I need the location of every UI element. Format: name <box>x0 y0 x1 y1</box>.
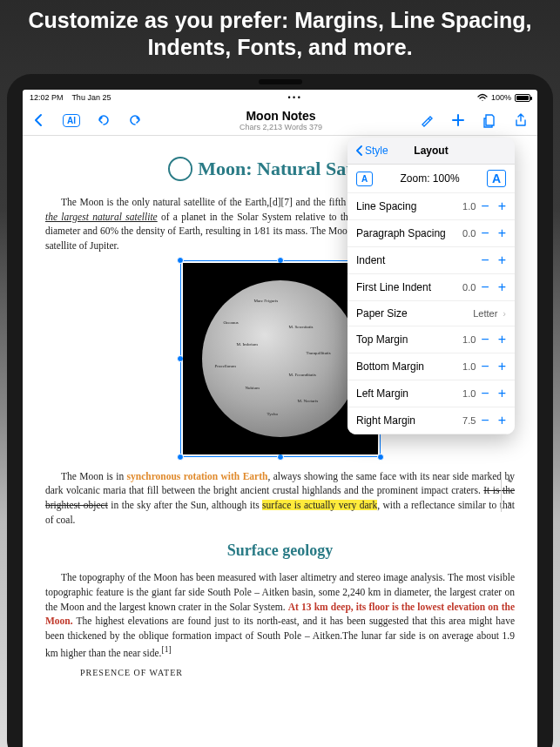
popover-back-button[interactable]: Style <box>356 145 388 157</box>
layout-row-left-margin: Left Margin1.0−+ <box>347 380 515 407</box>
status-date: Thu Jan 25 <box>71 93 111 102</box>
row-label: First Line Indent <box>356 281 462 293</box>
row-label: Indent <box>356 254 476 266</box>
stepper: −+ <box>481 280 506 294</box>
zoom-out-button[interactable]: A <box>356 172 373 186</box>
layout-row-first-line-indent: First Line Indent0.0−+ <box>347 274 515 301</box>
decrement-button[interactable]: − <box>481 414 489 427</box>
paragraph-2: The Moon is in synchronous rotation with… <box>45 469 515 528</box>
redo-button[interactable] <box>127 112 143 128</box>
stepper: −+ <box>481 414 506 427</box>
ipad-frame: 12:02 PM Thu Jan 25 • • • 100% AI Moon N… <box>7 74 553 747</box>
status-time: 12:02 PM <box>30 93 64 102</box>
promo-headline: Customize as you prefer: Margins, Line S… <box>0 0 560 77</box>
paragraph-3: The topography of the Moon has been meas… <box>45 570 515 660</box>
add-button[interactable] <box>450 112 466 128</box>
layout-row-paper-size: Paper SizeLetter› <box>347 301 515 326</box>
page-button[interactable] <box>482 112 497 128</box>
status-dots: • • • <box>287 93 300 102</box>
row-value: 7.5 <box>462 415 476 426</box>
decrement-button[interactable]: − <box>481 280 489 294</box>
heading-2: Surface geology <box>45 539 515 562</box>
layout-row-bottom-margin: Bottom Margin1.0−+ <box>347 353 515 380</box>
increment-button[interactable]: + <box>498 360 506 374</box>
status-left: 12:02 PM Thu Jan 25 <box>30 93 111 102</box>
row-label: Paragraph Spacing <box>356 227 462 239</box>
undo-button[interactable] <box>96 112 111 128</box>
decrement-button[interactable]: − <box>481 199 489 213</box>
layout-popover: Style Layout A Zoom: 100% A Line Spacing… <box>347 138 515 434</box>
row-label: Top Margin <box>356 333 462 346</box>
increment-button[interactable]: + <box>498 333 506 347</box>
row-label: Right Margin <box>356 414 462 427</box>
row-value: 1.0 <box>462 201 476 212</box>
page-number: 1 <box>508 486 511 494</box>
crescent-moon-icon <box>168 157 192 181</box>
popover-header: Style Layout <box>347 138 515 165</box>
text-run: The Moon is in <box>61 471 127 481</box>
layout-row-paragraph-spacing: Paragraph Spacing0.0−+ <box>347 220 515 247</box>
subheading: PRESENCE OF WATER <box>80 667 515 680</box>
stepper: −+ <box>481 360 506 374</box>
stepper: −+ <box>481 226 506 240</box>
stepper: −+ <box>481 253 506 267</box>
text-run-orange-bold: synchronous rotation with Earth <box>127 471 268 481</box>
decrement-button[interactable]: − <box>481 333 489 347</box>
layout-row-right-margin: Right Margin7.5−+ <box>347 407 515 434</box>
screen: 12:02 PM Thu Jan 25 • • • 100% AI Moon N… <box>23 90 537 747</box>
toolbar: AI Moon Notes Chars 2,213 Words 379 <box>23 105 537 136</box>
row-value: 1.0 <box>462 361 476 372</box>
resize-handle-bl[interactable] <box>177 454 184 461</box>
increment-button[interactable]: + <box>498 199 506 213</box>
row-value: Letter <box>473 308 497 319</box>
increment-button[interactable]: + <box>498 253 506 267</box>
status-right: 100% <box>477 93 530 102</box>
increment-button[interactable]: + <box>498 414 506 427</box>
resize-handle-bm[interactable] <box>277 454 284 461</box>
decrement-button[interactable]: − <box>481 226 489 240</box>
layout-row-indent: Indent−+ <box>347 247 515 274</box>
ai-button[interactable]: AI <box>63 114 80 127</box>
row-value: 1.0 <box>462 388 476 399</box>
moon-disc: Mare Frigoris Oceanus M. Serenitatis M. … <box>202 280 359 437</box>
back-button[interactable] <box>31 112 47 128</box>
scroll-down-icon[interactable]: ▾ <box>508 500 511 508</box>
resize-handle-br[interactable] <box>377 454 384 461</box>
increment-button[interactable]: + <box>498 280 506 294</box>
text-run: The highest elevations are found just to… <box>45 616 515 657</box>
increment-button[interactable]: + <box>498 226 506 240</box>
row-label: Line Spacing <box>356 200 462 212</box>
battery-icon <box>515 94 530 102</box>
decrement-button[interactable]: − <box>481 360 489 374</box>
decrement-button[interactable]: − <box>481 387 489 400</box>
battery-pct: 100% <box>491 93 511 102</box>
row-value: 0.0 <box>462 282 476 293</box>
doc-title: Moon Notes <box>240 109 322 123</box>
popover-back-label: Style <box>365 145 388 157</box>
zoom-label: Zoom: 100% <box>401 172 460 185</box>
doc-stats: Chars 2,213 Words 379 <box>240 123 322 131</box>
row-label: Paper Size <box>356 307 473 320</box>
title-area: Moon Notes Chars 2,213 Words 379 <box>240 109 322 131</box>
text-run-highlight: surface is actually very dark <box>262 500 377 510</box>
share-button[interactable] <box>513 112 529 128</box>
layout-row-line-spacing: Line Spacing1.0−+ <box>347 193 515 220</box>
zoom-in-button[interactable]: A <box>487 170 506 187</box>
row-value: 1.0 <box>462 334 476 345</box>
page-scroll-indicator[interactable]: ▴ 1 ▾ <box>501 477 513 512</box>
text-run: in the sky after the Sun, although its <box>108 500 262 510</box>
status-bar: 12:02 PM Thu Jan 25 • • • 100% <box>23 90 537 105</box>
format-button[interactable] <box>419 112 435 128</box>
stepper: −+ <box>481 199 506 213</box>
row-label: Left Margin <box>356 387 462 400</box>
increment-button[interactable]: + <box>498 387 506 400</box>
chevron-right-icon[interactable]: › <box>503 308 506 319</box>
wifi-icon <box>477 93 488 102</box>
stepper: −+ <box>481 387 506 400</box>
text-run-superscript: [1] <box>162 644 172 654</box>
decrement-button[interactable]: − <box>481 253 489 267</box>
scroll-up-icon[interactable]: ▴ <box>508 475 511 483</box>
layout-row-top-margin: Top Margin1.0−+ <box>347 326 515 353</box>
zoom-row: A Zoom: 100% A <box>347 165 515 193</box>
stepper: −+ <box>481 333 506 347</box>
